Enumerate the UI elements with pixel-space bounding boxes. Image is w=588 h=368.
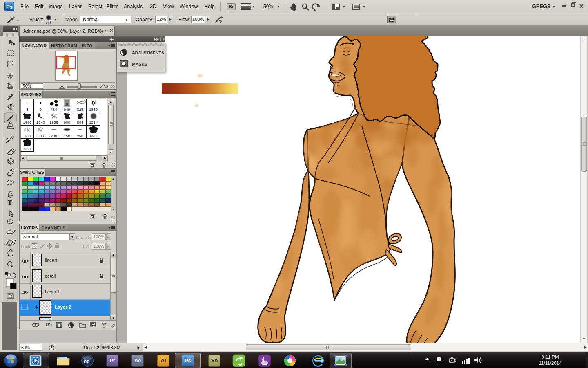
svg-text:T: T [8,199,13,206]
svg-text:hp: hp [84,359,90,364]
